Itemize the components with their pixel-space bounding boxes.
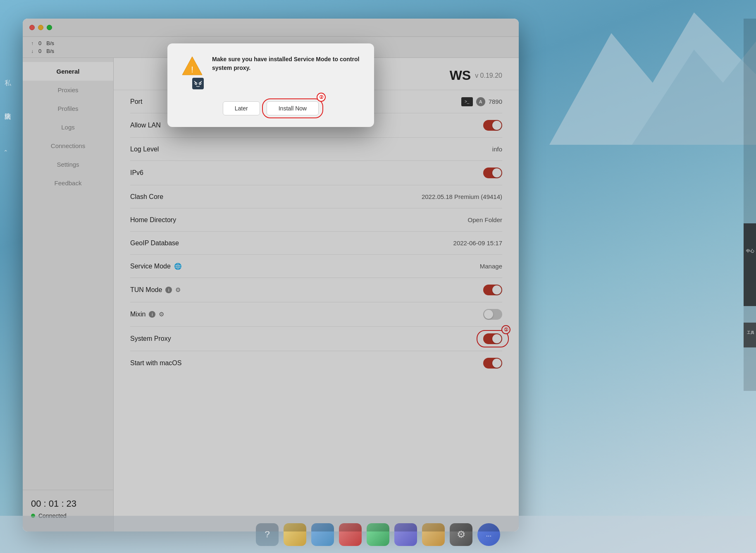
svg-point-7 [196, 83, 197, 84]
dialog-title: Make sure you have installed Service Mod… [212, 55, 361, 72]
dialog-top: ! Make s [181, 55, 361, 93]
svg-rect-4 [192, 78, 204, 89]
install-now-button[interactable]: Install Now ② [267, 101, 319, 115]
dialog: ! Make s [167, 43, 374, 127]
dialog-message: Make sure you have installed Service Mod… [212, 55, 361, 74]
app-window: ↑ 0 B/s ↓ 0 B/s General Proxies Profiles… [23, 19, 519, 531]
right-label: 中心 [746, 248, 754, 254]
svg-text:!: ! [191, 65, 193, 74]
svg-point-8 [200, 83, 201, 84]
dialog-buttons: Later Install Now ② [223, 101, 319, 115]
dialog-overlay: ! Make s [23, 19, 519, 531]
dialog-warning-icon: ! [181, 55, 204, 93]
install-annotation-number: ② [317, 93, 326, 102]
left-control: ⌃ [3, 149, 8, 156]
later-button[interactable]: Later [223, 101, 260, 115]
right-tools: 工具 [747, 330, 754, 335]
